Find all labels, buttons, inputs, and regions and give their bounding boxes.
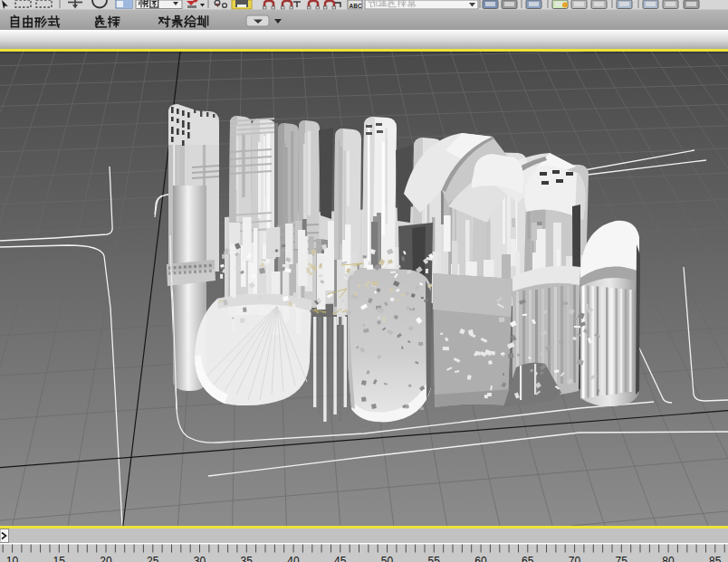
svg-text:80: 80 xyxy=(662,555,675,562)
svg-text:85: 85 xyxy=(709,555,722,562)
svg-text:65: 65 xyxy=(522,555,534,562)
svg-text:45: 45 xyxy=(334,555,347,562)
svg-text:30: 30 xyxy=(194,555,206,562)
svg-text:15: 15 xyxy=(53,555,66,562)
svg-text:35: 35 xyxy=(241,555,254,562)
svg-text:20: 20 xyxy=(100,555,112,562)
svg-text:60: 60 xyxy=(474,555,487,562)
svg-text:25: 25 xyxy=(147,555,159,562)
svg-text:10: 10 xyxy=(6,555,19,562)
svg-text:50: 50 xyxy=(381,555,394,562)
svg-text:55: 55 xyxy=(428,555,441,562)
svg-text:ABC: ABC xyxy=(350,3,362,9)
svg-text:75: 75 xyxy=(616,555,628,562)
svg-text:70: 70 xyxy=(569,555,581,562)
svg-text:40: 40 xyxy=(287,555,300,562)
